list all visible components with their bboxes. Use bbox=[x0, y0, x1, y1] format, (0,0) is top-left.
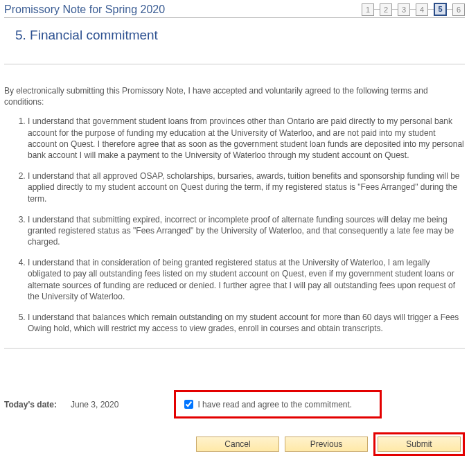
step-2[interactable]: 2 bbox=[380, 3, 392, 16]
page-title: Promissory Note for Spring 2020 bbox=[4, 3, 165, 16]
divider-top bbox=[4, 64, 465, 64]
step-indicator: 123456 bbox=[362, 3, 465, 16]
term-item: I understand that balances which remain … bbox=[28, 312, 465, 334]
agree-checkbox[interactable] bbox=[184, 400, 193, 409]
step-separator bbox=[447, 9, 452, 10]
step-separator bbox=[392, 9, 398, 10]
previous-button[interactable]: Previous bbox=[285, 437, 368, 452]
intro-text: By electronically submitting this Promis… bbox=[4, 85, 465, 107]
footer: Today's date: June 3, 2020 I have read a… bbox=[4, 390, 465, 456]
agree-label[interactable]: I have read and agree to the commitment. bbox=[197, 400, 352, 409]
agree-highlight: I have read and agree to the commitment. bbox=[174, 390, 382, 418]
step-4[interactable]: 4 bbox=[416, 3, 428, 16]
step-1[interactable]: 1 bbox=[362, 3, 374, 16]
submit-highlight: Submit bbox=[373, 432, 465, 456]
button-row: Cancel Previous Submit bbox=[4, 432, 465, 456]
section-heading: 5. Financial commitment bbox=[15, 28, 465, 43]
step-separator bbox=[410, 9, 416, 10]
step-3[interactable]: 3 bbox=[398, 3, 410, 16]
cancel-button[interactable]: Cancel bbox=[196, 437, 279, 452]
divider-bottom bbox=[4, 348, 465, 349]
step-separator bbox=[428, 9, 434, 10]
step-6[interactable]: 6 bbox=[452, 3, 465, 16]
term-item: I understand that all approved OSAP, sch… bbox=[28, 170, 465, 204]
term-item: I understand that submitting expired, in… bbox=[28, 214, 465, 248]
submit-button[interactable]: Submit bbox=[378, 437, 461, 452]
header: Promissory Note for Spring 2020 123456 bbox=[4, 3, 465, 18]
step-5[interactable]: 5 bbox=[434, 3, 447, 16]
term-item: I understand that government student loa… bbox=[28, 116, 465, 161]
step-separator bbox=[374, 9, 380, 10]
date-label: Today's date: bbox=[4, 400, 57, 409]
date-value: June 3, 2020 bbox=[71, 400, 118, 409]
term-item: I understand that in consideration of be… bbox=[28, 257, 465, 302]
terms-list: I understand that government student loa… bbox=[4, 116, 465, 334]
